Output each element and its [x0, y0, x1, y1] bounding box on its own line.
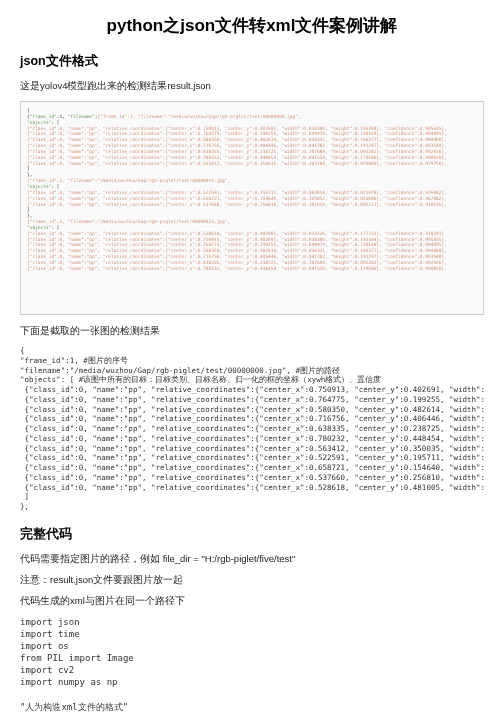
code-note: 注意：result.json文件要跟图片放一起 [20, 574, 484, 587]
code-output-note: 代码生成的xml与图片在同一个路径下 [20, 595, 484, 608]
section-full-code: 完整代码 [20, 526, 484, 543]
json-extract: { "frame_id":1, #图片的序号 "filename":"/medi… [20, 346, 484, 512]
extract-caption: 下面是截取的一张图的检测结果 [20, 325, 484, 338]
intro-text: 这是yolov4模型跑出来的检测结果result.json [20, 80, 484, 93]
code-path-note: 代码需要指定图片的路径，例如 file_dir = "H:/rgb-piglet… [20, 553, 484, 566]
python-code: import json import time import os from P… [20, 616, 484, 713]
page-title: python之json文件转xml文件案例讲解 [20, 14, 484, 37]
editor-screenshot-placeholder: [ {"frame_id":1, "filename":{"frame_id":… [20, 101, 484, 315]
section-json-format: json文件格式 [20, 53, 484, 70]
